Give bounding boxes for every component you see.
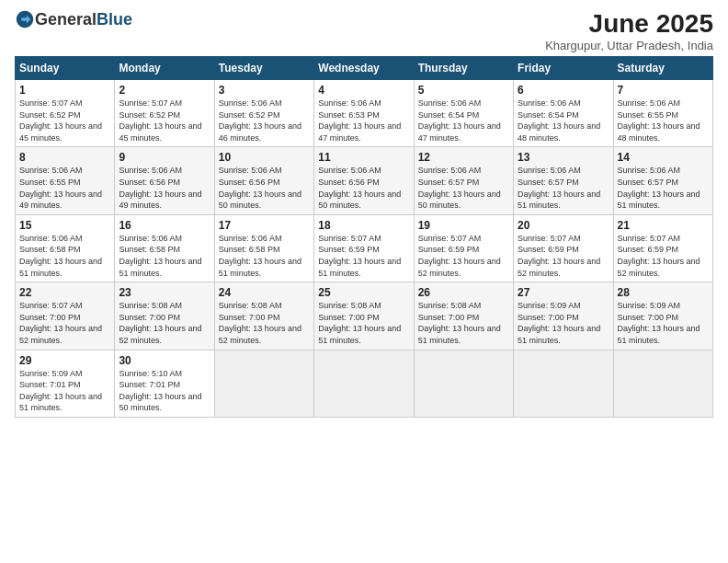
day-number: 20 xyxy=(518,219,609,232)
calendar-cell: 21Sunrise: 5:07 AM Sunset: 6:59 PM Dayli… xyxy=(613,214,712,282)
calendar-cell: 16Sunrise: 5:06 AM Sunset: 6:58 PM Dayli… xyxy=(115,214,214,282)
calendar-cell xyxy=(214,350,313,417)
day-number: 27 xyxy=(518,286,609,299)
day-number: 5 xyxy=(418,84,509,97)
day-number: 29 xyxy=(19,354,110,367)
day-number: 4 xyxy=(318,84,409,97)
day-info: Sunrise: 5:06 AM Sunset: 6:56 PM Dayligh… xyxy=(119,165,210,211)
calendar-cell: 22Sunrise: 5:07 AM Sunset: 7:00 PM Dayli… xyxy=(16,282,115,350)
day-info: Sunrise: 5:06 AM Sunset: 6:57 PM Dayligh… xyxy=(518,165,609,211)
day-number: 1 xyxy=(19,84,110,97)
logo-general: General xyxy=(35,10,97,29)
col-saturday: Saturday xyxy=(613,57,712,80)
calendar-cell: 10Sunrise: 5:06 AM Sunset: 6:56 PM Dayli… xyxy=(214,147,313,214)
day-info: Sunrise: 5:07 AM Sunset: 6:52 PM Dayligh… xyxy=(19,98,110,144)
calendar-cell: 25Sunrise: 5:08 AM Sunset: 7:00 PM Dayli… xyxy=(314,282,414,350)
logo-blue: Blue xyxy=(97,10,132,29)
col-tuesday: Tuesday xyxy=(214,57,313,80)
col-friday: Friday xyxy=(514,57,613,80)
day-number: 11 xyxy=(318,151,409,164)
day-number: 24 xyxy=(219,286,310,299)
day-info: Sunrise: 5:07 AM Sunset: 6:52 PM Dayligh… xyxy=(119,98,210,144)
day-info: Sunrise: 5:08 AM Sunset: 7:00 PM Dayligh… xyxy=(418,300,509,346)
day-number: 19 xyxy=(418,219,509,232)
day-info: Sunrise: 5:07 AM Sunset: 6:59 PM Dayligh… xyxy=(318,233,409,279)
day-info: Sunrise: 5:06 AM Sunset: 6:55 PM Dayligh… xyxy=(19,165,110,211)
day-info: Sunrise: 5:06 AM Sunset: 6:56 PM Dayligh… xyxy=(318,165,409,211)
general-blue-icon xyxy=(15,9,35,29)
day-number: 12 xyxy=(418,151,509,164)
day-number: 13 xyxy=(518,151,609,164)
day-number: 14 xyxy=(618,151,709,164)
calendar-cell: 20Sunrise: 5:07 AM Sunset: 6:59 PM Dayli… xyxy=(514,214,613,282)
day-number: 23 xyxy=(119,286,210,299)
calendar-week-0: 1Sunrise: 5:07 AM Sunset: 6:52 PM Daylig… xyxy=(16,80,713,147)
calendar-cell: 11Sunrise: 5:06 AM Sunset: 6:56 PM Dayli… xyxy=(314,147,414,214)
day-number: 28 xyxy=(618,286,709,299)
calendar-cell: 3Sunrise: 5:06 AM Sunset: 6:52 PM Daylig… xyxy=(214,80,313,147)
day-number: 16 xyxy=(119,219,210,232)
day-info: Sunrise: 5:06 AM Sunset: 6:53 PM Dayligh… xyxy=(318,98,409,144)
day-info: Sunrise: 5:06 AM Sunset: 6:56 PM Dayligh… xyxy=(219,165,310,211)
calendar-cell: 12Sunrise: 5:06 AM Sunset: 6:57 PM Dayli… xyxy=(414,147,513,214)
day-number: 15 xyxy=(19,219,110,232)
calendar-cell: 14Sunrise: 5:06 AM Sunset: 6:57 PM Dayli… xyxy=(613,147,712,214)
day-number: 17 xyxy=(219,219,310,232)
calendar-cell: 1Sunrise: 5:07 AM Sunset: 6:52 PM Daylig… xyxy=(16,80,115,147)
calendar-cell: 19Sunrise: 5:07 AM Sunset: 6:59 PM Dayli… xyxy=(414,214,513,282)
calendar-week-2: 15Sunrise: 5:06 AM Sunset: 6:58 PM Dayli… xyxy=(16,214,713,282)
day-info: Sunrise: 5:06 AM Sunset: 6:54 PM Dayligh… xyxy=(518,98,609,144)
day-number: 3 xyxy=(219,84,310,97)
day-info: Sunrise: 5:06 AM Sunset: 6:57 PM Dayligh… xyxy=(418,165,509,211)
calendar-table: Sunday Monday Tuesday Wednesday Thursday… xyxy=(15,56,713,418)
calendar-cell: 2Sunrise: 5:07 AM Sunset: 6:52 PM Daylig… xyxy=(115,80,214,147)
main-container: GeneralBlue June 2025 Khargupur, Uttar P… xyxy=(0,0,728,427)
day-info: Sunrise: 5:08 AM Sunset: 7:00 PM Dayligh… xyxy=(219,300,310,346)
logo: GeneralBlue xyxy=(15,9,132,29)
calendar-cell: 6Sunrise: 5:06 AM Sunset: 6:54 PM Daylig… xyxy=(514,80,613,147)
day-info: Sunrise: 5:07 AM Sunset: 6:59 PM Dayligh… xyxy=(518,233,609,279)
day-info: Sunrise: 5:07 AM Sunset: 6:59 PM Dayligh… xyxy=(418,233,509,279)
day-info: Sunrise: 5:06 AM Sunset: 6:58 PM Dayligh… xyxy=(119,233,210,279)
calendar-cell: 26Sunrise: 5:08 AM Sunset: 7:00 PM Dayli… xyxy=(414,282,513,350)
day-number: 8 xyxy=(19,151,110,164)
calendar-cell: 24Sunrise: 5:08 AM Sunset: 7:00 PM Dayli… xyxy=(214,282,313,350)
calendar-cell: 18Sunrise: 5:07 AM Sunset: 6:59 PM Dayli… xyxy=(314,214,414,282)
calendar-cell: 9Sunrise: 5:06 AM Sunset: 6:56 PM Daylig… xyxy=(115,147,214,214)
month-year: June 2025 xyxy=(545,9,713,39)
day-info: Sunrise: 5:10 AM Sunset: 7:01 PM Dayligh… xyxy=(119,368,210,414)
day-info: Sunrise: 5:06 AM Sunset: 6:55 PM Dayligh… xyxy=(618,98,709,144)
day-number: 18 xyxy=(318,219,409,232)
calendar-week-1: 8Sunrise: 5:06 AM Sunset: 6:55 PM Daylig… xyxy=(16,147,713,214)
day-info: Sunrise: 5:06 AM Sunset: 6:52 PM Dayligh… xyxy=(219,98,310,144)
day-number: 7 xyxy=(618,84,709,97)
col-wednesday: Wednesday xyxy=(314,57,414,80)
day-info: Sunrise: 5:09 AM Sunset: 7:01 PM Dayligh… xyxy=(19,368,110,414)
title-block: June 2025 Khargupur, Uttar Pradesh, Indi… xyxy=(545,9,713,52)
day-info: Sunrise: 5:06 AM Sunset: 6:58 PM Dayligh… xyxy=(219,233,310,279)
calendar-cell xyxy=(613,350,712,417)
day-number: 9 xyxy=(119,151,210,164)
calendar-cell xyxy=(414,350,513,417)
calendar-cell: 27Sunrise: 5:09 AM Sunset: 7:00 PM Dayli… xyxy=(514,282,613,350)
calendar-week-4: 29Sunrise: 5:09 AM Sunset: 7:01 PM Dayli… xyxy=(16,350,713,417)
day-info: Sunrise: 5:06 AM Sunset: 6:54 PM Dayligh… xyxy=(418,98,509,144)
calendar-cell xyxy=(514,350,613,417)
calendar-cell: 23Sunrise: 5:08 AM Sunset: 7:00 PM Dayli… xyxy=(115,282,214,350)
calendar-week-3: 22Sunrise: 5:07 AM Sunset: 7:00 PM Dayli… xyxy=(16,282,713,350)
day-number: 22 xyxy=(19,286,110,299)
day-info: Sunrise: 5:08 AM Sunset: 7:00 PM Dayligh… xyxy=(318,300,409,346)
day-info: Sunrise: 5:09 AM Sunset: 7:00 PM Dayligh… xyxy=(618,300,709,346)
header: GeneralBlue June 2025 Khargupur, Uttar P… xyxy=(15,9,713,52)
day-info: Sunrise: 5:06 AM Sunset: 6:58 PM Dayligh… xyxy=(19,233,110,279)
col-sunday: Sunday xyxy=(16,57,115,80)
day-info: Sunrise: 5:07 AM Sunset: 6:59 PM Dayligh… xyxy=(618,233,709,279)
calendar-cell: 5Sunrise: 5:06 AM Sunset: 6:54 PM Daylig… xyxy=(414,80,513,147)
day-info: Sunrise: 5:08 AM Sunset: 7:00 PM Dayligh… xyxy=(119,300,210,346)
calendar-cell xyxy=(314,350,414,417)
calendar-cell: 13Sunrise: 5:06 AM Sunset: 6:57 PM Dayli… xyxy=(514,147,613,214)
day-number: 21 xyxy=(618,219,709,232)
day-number: 26 xyxy=(418,286,509,299)
location: Khargupur, Uttar Pradesh, India xyxy=(545,39,713,52)
calendar-cell: 15Sunrise: 5:06 AM Sunset: 6:58 PM Dayli… xyxy=(16,214,115,282)
